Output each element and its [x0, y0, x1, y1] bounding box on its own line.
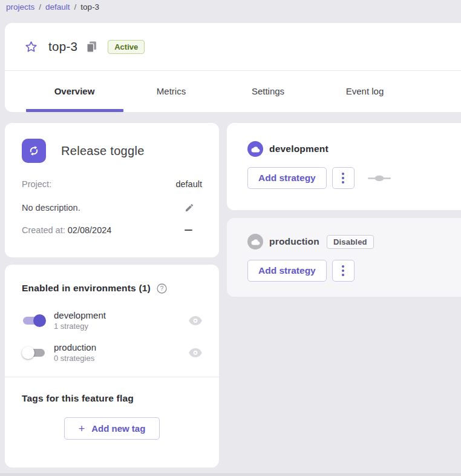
created-at-value: 02/08/2024 — [68, 225, 112, 235]
visibility-eye-icon[interactable] — [189, 348, 202, 357]
breadcrumb-default-link[interactable]: default — [45, 2, 70, 12]
created-at-label: Created at: — [22, 225, 65, 235]
project-label: Project: — [22, 179, 51, 189]
release-toggle-icon — [22, 139, 46, 163]
environment-name: development — [54, 310, 106, 320]
tab-event-log[interactable]: Event log — [316, 86, 413, 96]
breadcrumb-projects-link[interactable]: projects — [6, 2, 34, 12]
environment-strategy-count: 1 strategy — [54, 322, 106, 331]
breadcrumb-separator: / — [39, 2, 41, 12]
environment-panel-name: development — [269, 144, 329, 154]
disabled-badge: Disabled — [327, 235, 374, 249]
environment-row-production: production 0 strategies — [22, 342, 202, 363]
page-title: top-3 — [48, 39, 77, 54]
tab-settings[interactable]: Settings — [220, 86, 316, 96]
strategy-connector-icon — [368, 175, 391, 182]
tab-bar: Overview Metrics Settings Event log — [5, 71, 461, 111]
help-icon[interactable]: ? — [157, 283, 167, 294]
svg-text:?: ? — [160, 285, 164, 292]
environment-strategy-count: 0 strategies — [54, 354, 96, 363]
active-tab-indicator — [26, 109, 123, 112]
development-environment-panel: development Add strategy — [227, 123, 461, 210]
feature-flag-page: projects / default / top-3 top-3 Active … — [0, 0, 461, 476]
breadcrumb: projects / default / top-3 — [6, 2, 99, 12]
more-actions-kebab-button[interactable] — [332, 260, 355, 282]
bottom-strip — [0, 473, 461, 476]
status-badge: Active — [108, 40, 145, 54]
flag-type-label: Release toggle — [61, 144, 145, 158]
tags-title: Tags for this feature flag — [22, 393, 202, 404]
add-strategy-button[interactable]: Add strategy — [247, 167, 327, 189]
breadcrumb-current: top-3 — [80, 2, 99, 12]
production-environment-panel: production Disabled Add strategy — [227, 218, 461, 297]
environment-name: production — [54, 342, 96, 352]
plus-icon: + — [79, 425, 85, 433]
cloud-icon — [247, 141, 263, 157]
collapse-minus-icon[interactable] — [185, 230, 192, 231]
description-text: No description. — [22, 203, 80, 213]
environment-row-development: development 1 strategy — [22, 310, 202, 331]
environments-title: Enabled in environments (1) — [22, 283, 151, 294]
flag-header-card: top-3 Active Overview Metrics Settings E… — [5, 23, 461, 112]
production-toggle[interactable] — [22, 346, 46, 359]
card-divider — [5, 377, 219, 377]
environment-panel-name: production — [269, 236, 319, 247]
development-toggle[interactable] — [22, 314, 46, 327]
more-actions-kebab-button[interactable] — [332, 167, 355, 189]
flag-title-row: top-3 Active — [5, 23, 461, 71]
project-value: default — [175, 179, 202, 189]
edit-description-icon[interactable] — [185, 203, 194, 213]
breadcrumb-separator: / — [74, 2, 77, 12]
tab-metrics[interactable]: Metrics — [123, 86, 220, 96]
flag-details-card: Release toggle Project: default No descr… — [5, 123, 219, 257]
tab-overview[interactable]: Overview — [26, 86, 123, 96]
visibility-eye-icon[interactable] — [189, 316, 202, 325]
copy-name-icon[interactable] — [87, 41, 97, 53]
add-strategy-button[interactable]: Add strategy — [247, 260, 327, 282]
cloud-icon — [247, 234, 263, 250]
add-new-tag-button[interactable]: + Add new tag — [64, 417, 160, 440]
environments-card: Enabled in environments (1) ? developmen… — [5, 265, 219, 468]
favorite-star-icon[interactable] — [24, 40, 38, 54]
